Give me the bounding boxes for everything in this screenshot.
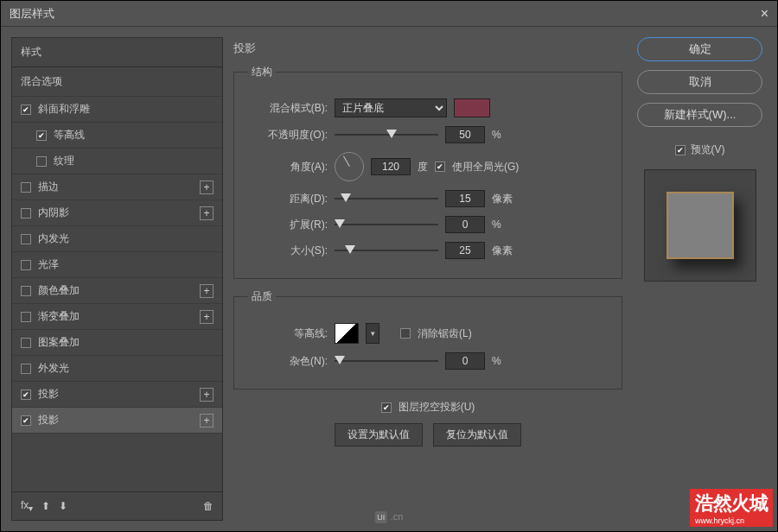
angle-label: 角度(A): xyxy=(248,160,328,174)
effect-label: 描边 xyxy=(38,180,59,194)
effect-checkbox[interactable] xyxy=(21,234,31,244)
effect-label: 渐变叠加 xyxy=(38,309,80,324)
effect-label: 外发光 xyxy=(38,361,69,376)
effect-item-7[interactable]: 颜色叠加+ xyxy=(12,278,222,304)
effect-checkbox[interactable] xyxy=(21,182,31,193)
fx-icon[interactable]: fx▾ xyxy=(21,499,33,513)
effect-item-0[interactable]: 斜面和浮雕 xyxy=(12,97,222,123)
add-effect-icon[interactable]: + xyxy=(200,310,214,324)
new-style-button[interactable]: 新建样式(W)... xyxy=(637,103,762,127)
effect-item-2[interactable]: 纹理 xyxy=(12,149,222,174)
blending-options[interactable]: 混合选项 xyxy=(12,67,222,97)
effect-item-4[interactable]: 内阴影+ xyxy=(12,200,222,226)
trash-icon[interactable]: 🗑 xyxy=(203,500,214,512)
effect-label: 斜面和浮雕 xyxy=(38,102,90,117)
spread-label: 扩展(R): xyxy=(248,218,328,232)
noise-label: 杂色(N): xyxy=(248,354,328,369)
effect-checkbox[interactable] xyxy=(21,364,31,374)
global-light-label: 使用全局光(G) xyxy=(452,160,519,174)
shadow-color-swatch[interactable] xyxy=(454,98,490,117)
effect-checkbox[interactable] xyxy=(21,390,31,400)
structure-legend: 结构 xyxy=(248,65,276,79)
noise-input[interactable] xyxy=(445,352,485,370)
styles-header[interactable]: 样式 xyxy=(12,38,222,67)
effect-checkbox[interactable] xyxy=(21,312,31,322)
contour-dropdown[interactable]: ▾ xyxy=(366,323,379,344)
effect-label: 图案叠加 xyxy=(38,335,80,350)
effect-item-3[interactable]: 描边+ xyxy=(12,174,222,200)
add-effect-icon[interactable]: + xyxy=(200,180,214,194)
effect-item-11[interactable]: 投影+ xyxy=(12,382,222,408)
arrow-down-icon[interactable]: ⬇ xyxy=(59,500,67,512)
effect-label: 光泽 xyxy=(38,257,59,272)
add-effect-icon[interactable]: + xyxy=(200,284,214,298)
effect-checkbox[interactable] xyxy=(21,338,31,348)
close-icon[interactable]: × xyxy=(761,6,768,22)
effect-item-1[interactable]: 等高线 xyxy=(12,123,222,149)
quality-legend: 品质 xyxy=(248,289,276,304)
effect-item-10[interactable]: 外发光 xyxy=(12,356,222,382)
effect-item-9[interactable]: 图案叠加 xyxy=(12,330,222,356)
spread-slider[interactable] xyxy=(335,217,438,232)
effect-label: 内阴影 xyxy=(38,206,69,220)
effect-label: 内发光 xyxy=(38,231,69,246)
effect-checkbox[interactable] xyxy=(36,156,47,167)
ok-button[interactable]: 确定 xyxy=(637,37,762,61)
effect-item-12[interactable]: 投影+ xyxy=(12,408,222,434)
opacity-slider[interactable] xyxy=(335,127,438,142)
add-effect-icon[interactable]: + xyxy=(200,206,214,220)
effect-label: 等高线 xyxy=(54,128,85,142)
effect-checkbox[interactable] xyxy=(21,415,31,426)
antialias-checkbox[interactable] xyxy=(400,328,411,339)
effect-checkbox[interactable] xyxy=(21,260,31,270)
effect-label: 投影 xyxy=(38,387,59,402)
opacity-label: 不透明度(O): xyxy=(248,128,328,142)
cancel-button[interactable]: 取消 xyxy=(637,70,762,94)
effect-checkbox[interactable] xyxy=(21,286,31,296)
add-effect-icon[interactable]: + xyxy=(200,388,214,402)
preview-checkbox[interactable] xyxy=(675,145,686,155)
preview-box xyxy=(644,169,756,282)
size-input[interactable] xyxy=(445,242,485,259)
noise-slider[interactable] xyxy=(335,353,438,369)
effect-item-8[interactable]: 渐变叠加+ xyxy=(12,304,222,330)
preview-thumbnail xyxy=(666,192,734,259)
angle-unit: 度 xyxy=(418,160,428,174)
blend-mode-label: 混合模式(B): xyxy=(248,101,328,116)
opacity-unit: % xyxy=(492,129,501,141)
effect-item-5[interactable]: 内发光 xyxy=(12,226,222,252)
size-unit: 像素 xyxy=(492,244,513,258)
add-effect-icon[interactable]: + xyxy=(200,414,214,428)
contour-swatch[interactable] xyxy=(335,323,359,344)
distance-slider[interactable] xyxy=(335,191,438,206)
effect-item-6[interactable]: 光泽 xyxy=(12,252,222,278)
preview-label: 预览(V) xyxy=(691,142,725,157)
spread-input[interactable] xyxy=(445,216,485,233)
effect-checkbox[interactable] xyxy=(21,104,31,115)
contour-label: 等高线: xyxy=(248,326,328,341)
arrow-up-icon[interactable]: ⬆ xyxy=(41,500,50,512)
blend-mode-select[interactable]: 正片叠底 xyxy=(335,98,447,117)
distance-unit: 像素 xyxy=(492,192,513,206)
knockout-checkbox[interactable] xyxy=(381,402,392,413)
effect-label: 投影 xyxy=(38,413,59,428)
styles-sidebar: 样式 混合选项 斜面和浮雕等高线纹理描边+内阴影+内发光光泽颜色叠加+渐变叠加+… xyxy=(11,37,223,521)
effect-checkbox[interactable] xyxy=(21,208,31,218)
dialog-title: 图层样式 xyxy=(10,6,54,22)
site-logo: 浩然火城www.hryckj.cn xyxy=(690,489,773,527)
make-default-button[interactable]: 设置为默认值 xyxy=(335,423,423,446)
effect-label: 纹理 xyxy=(54,154,74,168)
angle-dial[interactable] xyxy=(335,152,364,181)
size-slider[interactable] xyxy=(335,243,438,258)
distance-label: 距离(D): xyxy=(248,192,328,206)
structure-group: 结构 混合模式(B): 正片叠底 不透明度(O): % 角度(A): 度 xyxy=(233,65,622,279)
effect-checkbox[interactable] xyxy=(36,130,47,141)
opacity-input[interactable] xyxy=(445,126,485,143)
knockout-label: 图层挖空投影(U) xyxy=(399,400,475,415)
effect-label: 颜色叠加 xyxy=(38,283,80,298)
global-light-checkbox[interactable] xyxy=(435,162,445,172)
noise-unit: % xyxy=(492,355,501,367)
angle-input[interactable] xyxy=(371,158,411,175)
distance-input[interactable] xyxy=(445,190,485,207)
reset-default-button[interactable]: 复位为默认值 xyxy=(433,423,521,446)
